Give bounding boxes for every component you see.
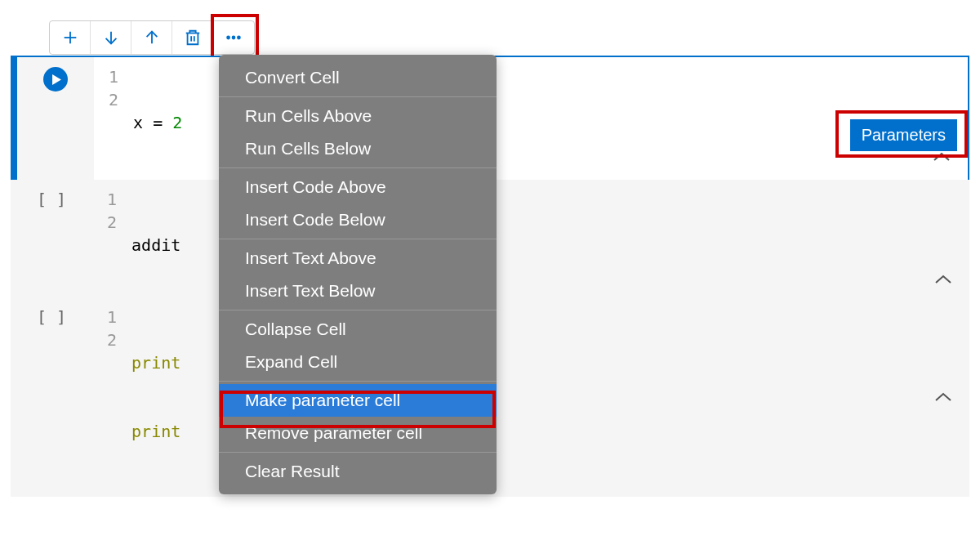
parameters-badge: Parameters [850, 119, 957, 151]
menu-remove-parameter-cell[interactable]: Remove parameter cell [219, 417, 497, 449]
run-cell-button[interactable] [43, 67, 68, 92]
menu-insert-text-below[interactable]: Insert Text Below [219, 275, 497, 307]
add-cell-button[interactable] [50, 21, 91, 54]
arrow-down-icon [102, 29, 120, 47]
menu-insert-text-above[interactable]: Insert Text Above [219, 242, 497, 275]
line-gutter: 1 2 [92, 306, 131, 489]
collapse-toggle[interactable] [933, 387, 953, 407]
execution-count: [ ] [37, 307, 66, 327]
delete-cell-button[interactable] [172, 21, 213, 54]
plus-icon [61, 29, 79, 47]
play-icon [51, 74, 62, 85]
menu-make-parameter-cell[interactable]: Make parameter cell [219, 384, 497, 417]
svg-point-8 [238, 37, 240, 39]
cell-context-menu: Convert Cell Run Cells Above Run Cells B… [219, 55, 497, 494]
svg-point-6 [227, 37, 229, 39]
menu-convert-cell[interactable]: Convert Cell [219, 61, 497, 94]
trash-icon [184, 29, 202, 47]
move-down-button[interactable] [91, 21, 131, 54]
menu-insert-code-above[interactable]: Insert Code Above [219, 171, 497, 203]
cell-toolbar [49, 20, 255, 55]
collapse-toggle[interactable] [933, 270, 953, 289]
svg-point-7 [233, 37, 235, 39]
move-up-button[interactable] [131, 21, 172, 54]
chevron-up-icon [933, 274, 953, 285]
menu-insert-code-below[interactable]: Insert Code Below [219, 203, 497, 236]
menu-collapse-cell[interactable]: Collapse Cell [219, 313, 497, 346]
more-actions-button[interactable] [213, 21, 254, 54]
menu-expand-cell[interactable]: Expand Cell [219, 346, 497, 378]
svg-marker-9 [52, 74, 61, 85]
chevron-up-icon [933, 391, 953, 403]
execution-count: [ ] [37, 190, 66, 209]
cell-gutter: [ ] [11, 297, 92, 497]
chevron-up-icon [932, 151, 951, 163]
menu-run-cells-above[interactable]: Run Cells Above [219, 100, 497, 132]
menu-clear-result[interactable]: Clear Result [219, 455, 497, 488]
ellipsis-icon [224, 29, 243, 47]
arrow-up-icon [143, 29, 161, 47]
menu-run-cells-below[interactable]: Run Cells Below [219, 132, 497, 165]
